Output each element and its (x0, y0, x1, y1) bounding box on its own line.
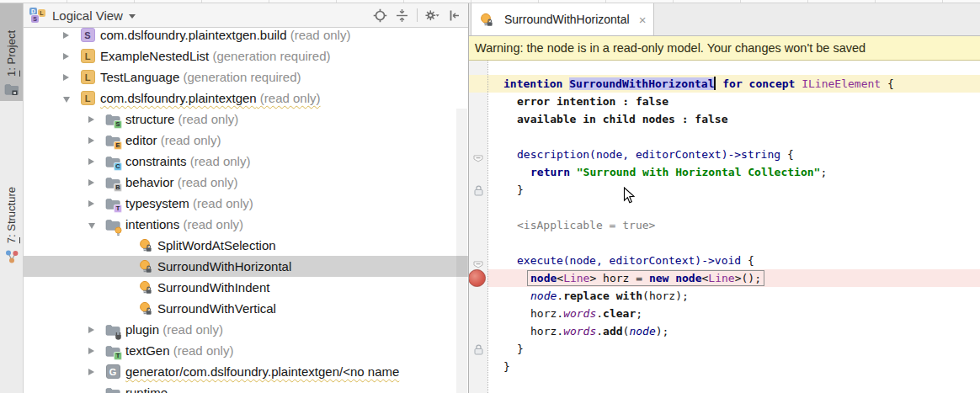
code-line[interactable]: error intention : false (487, 93, 980, 110)
breakpoint-icon[interactable] (469, 269, 486, 287)
locate-icon[interactable] (373, 8, 387, 23)
tree-item-label: TestLanguage (100, 70, 179, 84)
tool-tab-project[interactable]: 1: Project (0, 3, 23, 101)
tree-row[interactable]: SplitWordAtSelection (24, 235, 468, 256)
folder-behavior-icon: B (105, 175, 120, 190)
tree-row[interactable]: runtime (24, 382, 468, 393)
chevron-right-icon[interactable] (88, 179, 105, 186)
chevron-down-icon[interactable] (63, 94, 80, 103)
tree-item-suffix: (read only) (189, 196, 253, 210)
editor-body: intention SurroundWithHorizontal for con… (469, 61, 980, 393)
tree-row[interactable]: Eeditor (read only) (24, 130, 468, 151)
chevron-right-icon[interactable] (88, 369, 105, 375)
editor-tab[interactable]: SurroundWithHorizontal × (471, 3, 654, 35)
chevron-down-icon[interactable] (88, 220, 105, 229)
code-line[interactable]: horz.words.add(node); (487, 322, 980, 340)
code-line[interactable]: execute(node, editorContext)->void { (487, 252, 980, 269)
hide-panel-icon[interactable] (447, 8, 461, 23)
tree-item-suffix: (read only) (187, 154, 251, 168)
code-token: Line (708, 272, 734, 284)
chevron-right-icon[interactable] (88, 327, 105, 333)
tree-item-suffix: (generation required) (179, 70, 301, 84)
tree-row[interactable]: Ggenerator/com.dslfoundry.plaintextgen/<… (24, 361, 468, 382)
code-token: { (787, 148, 794, 161)
tree-row[interactable]: LTestLanguage (generation required) (24, 66, 468, 88)
code-token: ; (636, 307, 642, 320)
code-area[interactable]: intention SurroundWithHorizontal for con… (487, 61, 980, 393)
toolbar-separator (417, 8, 418, 22)
tree-row[interactable]: Ttypesystem (read only) (24, 193, 468, 214)
code-token: . (557, 289, 563, 302)
tree-row[interactable]: SurroundWithIndent (24, 277, 468, 298)
code-token: . (596, 325, 603, 337)
tree-row[interactable]: SurroundWithVertical (24, 298, 468, 319)
tree-scrollbar[interactable] (456, 109, 467, 393)
code-line[interactable] (487, 128, 980, 146)
chevron-right-icon[interactable] (88, 158, 105, 165)
code-line[interactable] (487, 199, 980, 216)
code-token: ; (820, 166, 827, 178)
code-token: return (530, 166, 577, 178)
code-line[interactable]: horz.words.clear; (487, 305, 980, 322)
code-token: node (629, 325, 655, 337)
gen-icon: G (105, 364, 120, 380)
tree-row[interactable]: Scom.dslfoundry.plaintextgen.build (read… (24, 28, 468, 45)
tree-row[interactable]: plugin (read only) (24, 319, 468, 340)
code-token: } (517, 343, 524, 355)
code-line[interactable]: available in child nodes : false (487, 110, 980, 128)
folder-icon (105, 385, 120, 393)
structure-nodes-icon (4, 249, 19, 263)
chevron-down-icon[interactable] (129, 14, 136, 19)
code-line[interactable]: node.replace with(horz); (487, 287, 980, 305)
folder-editor-icon: E (105, 133, 120, 148)
readonly-warning-banner: Warning: the node is in a read-only mode… (469, 36, 980, 61)
code-line[interactable]: } (487, 340, 980, 358)
fold-marker-icon[interactable] (473, 151, 483, 166)
code-token: { (748, 254, 754, 267)
intention-bulb-lock-icon (478, 12, 493, 27)
code-token: words (563, 325, 596, 337)
tool-tab-structure[interactable]: 7: Structure (0, 121, 23, 268)
tree-row[interactable]: Sstructure (read only) (24, 109, 468, 130)
chevron-right-icon[interactable] (63, 53, 80, 60)
project-tree: Scom.dslfoundry.plaintextgen.build (read… (24, 28, 468, 393)
chevron-right-icon[interactable] (88, 116, 105, 123)
gear-icon[interactable] (425, 8, 439, 23)
solution-icon: S (80, 28, 95, 43)
folder-structure-icon: S (105, 112, 120, 127)
tree-row[interactable]: SurroundWithHorizontal (24, 256, 468, 277)
code-line[interactable]: intention SurroundWithHorizontal for con… (487, 75, 980, 93)
chevron-right-icon[interactable] (63, 74, 80, 81)
tree-row[interactable]: LExampleNestedList (generation required) (24, 45, 468, 66)
tree-item-suffix: (read only) (174, 112, 238, 126)
code-line[interactable]: description(node, editorContext)->string… (487, 146, 980, 163)
tree-row[interactable]: Bbehavior (read only) (24, 172, 468, 193)
tree-row[interactable]: intentions (read only) (24, 214, 468, 235)
code-line[interactable]: } (487, 358, 980, 375)
tree-item-label: plugin (125, 322, 159, 337)
tab-close-icon[interactable]: × (639, 13, 647, 26)
code-token: Line (563, 272, 589, 284)
chevron-right-icon[interactable] (88, 348, 105, 354)
collapse-expand-icon[interactable] (395, 8, 409, 23)
tree-item-suffix: (read only) (157, 133, 221, 147)
tree-row[interactable]: Cconstraints (read only) (24, 151, 468, 172)
code-line[interactable] (487, 234, 980, 252)
view-selector[interactable]: Logical View (52, 8, 123, 23)
lang-icon: L (80, 91, 95, 106)
code-line[interactable]: } (487, 181, 980, 199)
code-line[interactable]: node<Line> horz = new node<Line>(); (487, 269, 980, 287)
tree-item-label: typesystem (125, 196, 189, 210)
code-line[interactable]: return "Surround with Horizontal Collect… (487, 163, 980, 181)
chevron-right-icon[interactable] (88, 137, 105, 144)
chevron-right-icon[interactable] (88, 200, 105, 207)
code-token: node (530, 272, 557, 284)
tree-item-suffix: (read only) (170, 343, 234, 358)
tree-row[interactable]: Lcom.dslfoundry.plaintextgen (read only) (24, 88, 468, 109)
tree-row[interactable]: TtextGen (read only) (24, 340, 468, 361)
tree-item-suffix: (read only) (159, 322, 223, 337)
code-line[interactable]: <isApplicable = true> (487, 216, 980, 234)
code-token: replace with (563, 289, 642, 302)
lock-icon (474, 343, 483, 358)
chevron-right-icon[interactable] (63, 32, 80, 39)
